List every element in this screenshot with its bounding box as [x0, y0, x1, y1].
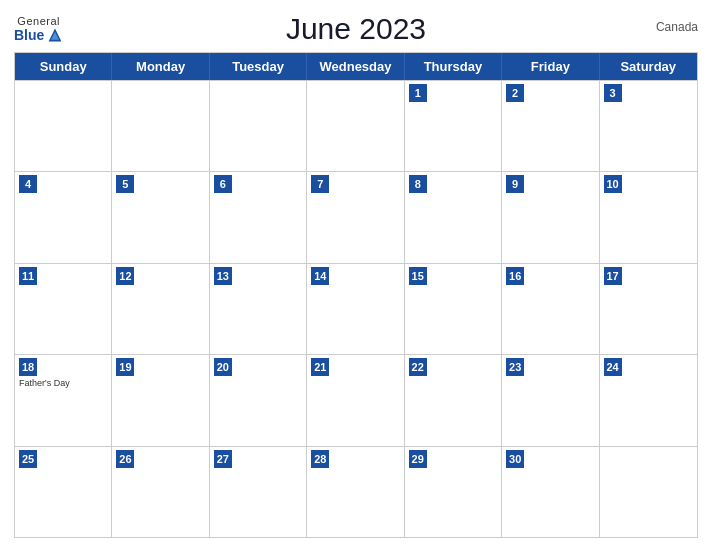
calendar-header: General Blue June 2023 Canada [14, 12, 698, 46]
day-cell: 19 [112, 355, 209, 445]
day-number: 1 [409, 84, 427, 102]
day-cell: 25 [15, 447, 112, 537]
day-cell [15, 81, 112, 171]
logo-general: General [17, 16, 60, 27]
week-row-5: 252627282930 [15, 446, 697, 537]
day-cell: 21 [307, 355, 404, 445]
day-cell: 11 [15, 264, 112, 354]
day-number: 21 [311, 358, 329, 376]
day-cell: 9 [502, 172, 599, 262]
day-cell [307, 81, 404, 171]
week-row-2: 45678910 [15, 171, 697, 262]
day-cell: 23 [502, 355, 599, 445]
day-cell: 27 [210, 447, 307, 537]
day-number: 8 [409, 175, 427, 193]
day-cell: 1 [405, 81, 502, 171]
day-cell: 30 [502, 447, 599, 537]
holiday-label: Father's Day [19, 378, 107, 389]
day-number: 25 [19, 450, 37, 468]
day-number: 26 [116, 450, 134, 468]
day-cell: 3 [600, 81, 697, 171]
day-number: 22 [409, 358, 427, 376]
day-cell: 14 [307, 264, 404, 354]
day-cell: 22 [405, 355, 502, 445]
day-cell [210, 81, 307, 171]
day-headers-row: Sunday Monday Tuesday Wednesday Thursday… [15, 53, 697, 80]
day-cell: 6 [210, 172, 307, 262]
day-number: 3 [604, 84, 622, 102]
day-number: 20 [214, 358, 232, 376]
header-wednesday: Wednesday [307, 53, 404, 80]
day-number: 17 [604, 267, 622, 285]
day-cell: 20 [210, 355, 307, 445]
day-number: 19 [116, 358, 134, 376]
day-number: 23 [506, 358, 524, 376]
month-title: June 2023 [286, 12, 426, 46]
logo-blue: Blue [14, 27, 63, 43]
day-number: 13 [214, 267, 232, 285]
day-number: 4 [19, 175, 37, 193]
day-number: 14 [311, 267, 329, 285]
logo: General Blue [14, 16, 63, 43]
calendar-page: General Blue June 2023 Canada Sunday Mon… [0, 0, 712, 550]
day-cell: 2 [502, 81, 599, 171]
week-row-1: 123 [15, 80, 697, 171]
header-saturday: Saturday [600, 53, 697, 80]
day-cell: 12 [112, 264, 209, 354]
day-number: 2 [506, 84, 524, 102]
header-monday: Monday [112, 53, 209, 80]
day-cell: 26 [112, 447, 209, 537]
day-cell [112, 81, 209, 171]
day-cell: 28 [307, 447, 404, 537]
day-cell: 18Father's Day [15, 355, 112, 445]
header-sunday: Sunday [15, 53, 112, 80]
day-number: 6 [214, 175, 232, 193]
day-cell: 13 [210, 264, 307, 354]
day-number: 18 [19, 358, 37, 376]
day-cell: 29 [405, 447, 502, 537]
day-cell: 17 [600, 264, 697, 354]
day-cell: 24 [600, 355, 697, 445]
day-number: 29 [409, 450, 427, 468]
day-number: 16 [506, 267, 524, 285]
day-number: 12 [116, 267, 134, 285]
day-number: 28 [311, 450, 329, 468]
day-number: 5 [116, 175, 134, 193]
header-friday: Friday [502, 53, 599, 80]
day-number: 27 [214, 450, 232, 468]
calendar-grid: Sunday Monday Tuesday Wednesday Thursday… [14, 52, 698, 538]
header-tuesday: Tuesday [210, 53, 307, 80]
day-number: 24 [604, 358, 622, 376]
day-cell: 10 [600, 172, 697, 262]
day-cell: 4 [15, 172, 112, 262]
day-cell: 7 [307, 172, 404, 262]
weeks-container: 123456789101112131415161718Father's Day1… [15, 80, 697, 537]
day-cell: 15 [405, 264, 502, 354]
day-number: 11 [19, 267, 37, 285]
header-thursday: Thursday [405, 53, 502, 80]
day-cell: 8 [405, 172, 502, 262]
logo-icon [47, 27, 63, 43]
day-cell: 16 [502, 264, 599, 354]
week-row-3: 11121314151617 [15, 263, 697, 354]
country-label: Canada [656, 20, 698, 34]
day-number: 15 [409, 267, 427, 285]
day-cell: 5 [112, 172, 209, 262]
day-cell [600, 447, 697, 537]
week-row-4: 18Father's Day192021222324 [15, 354, 697, 445]
day-number: 30 [506, 450, 524, 468]
day-number: 10 [604, 175, 622, 193]
day-number: 7 [311, 175, 329, 193]
day-number: 9 [506, 175, 524, 193]
